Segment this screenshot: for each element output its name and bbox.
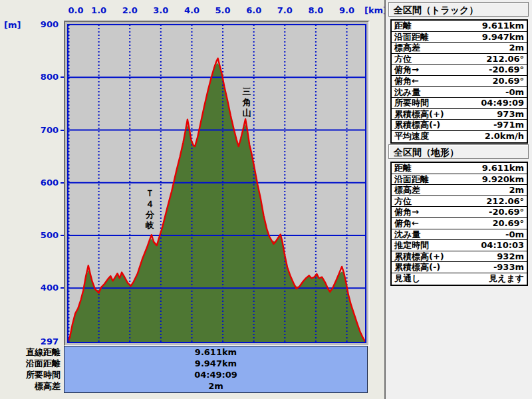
stat-value: -20.69° bbox=[489, 65, 524, 75]
stat-value: 9.947km bbox=[482, 32, 524, 43]
stat-row: 沈み量 -0m bbox=[392, 87, 527, 98]
stat-value: -20.69° bbox=[489, 207, 524, 217]
stat-label: 俯角→ bbox=[394, 65, 419, 75]
stat-label: 標高差 bbox=[394, 43, 420, 53]
stat-label: 累積標高(+) bbox=[394, 251, 444, 262]
stat-label: 方位 bbox=[394, 196, 412, 207]
stat-value: -933m bbox=[493, 262, 524, 273]
elevation-chart[interactable]: 三角山Ｔ４分岐 bbox=[64, 21, 370, 346]
stat-label: 所要時間 bbox=[394, 98, 429, 108]
y-tick-label: 900 bbox=[0, 19, 59, 30]
x-tick-label: 1.0 bbox=[91, 5, 106, 16]
stat-value: 9.611km bbox=[482, 163, 524, 174]
panel-terrain-table: 距離 9.611km 沿面距離 9.920km 標高差 2m 方位 212.06… bbox=[390, 162, 528, 286]
y-tick-label: 800 bbox=[0, 72, 59, 82]
y-min-label: 297 bbox=[0, 336, 59, 347]
stat-label: 沈み量 bbox=[394, 87, 420, 98]
stat-value: 9.920km bbox=[482, 174, 524, 185]
stat-label: 方位 bbox=[394, 54, 412, 65]
stat-value: 932m bbox=[497, 251, 524, 262]
stat-label: 沿面距離 bbox=[394, 174, 429, 185]
stat-value: 2.0km/h bbox=[485, 131, 524, 142]
stat-label: 標高差 bbox=[394, 185, 420, 196]
stat-value: 見えます bbox=[489, 273, 524, 285]
x-tick-label: 0.0 bbox=[68, 5, 83, 16]
stat-row: 沿面距離 9.920km bbox=[392, 174, 527, 186]
stat-value: 9.611km bbox=[482, 21, 524, 31]
stat-row: 俯角← 20.69° bbox=[392, 218, 527, 229]
stat-value: -0m bbox=[505, 87, 524, 98]
stat-label: 沿面距離 bbox=[394, 32, 429, 43]
panel-track-table: 距離 9.611km 沿面距離 9.947km 標高差 2m 方位 212.06… bbox=[390, 19, 528, 144]
y-tick-label: 700 bbox=[0, 125, 59, 136]
summary-value: 9.947km bbox=[65, 358, 367, 369]
x-tick-label: 9.0 bbox=[339, 5, 354, 16]
stat-row: 所要時間 04:49:09 bbox=[392, 98, 527, 109]
stat-value: 04:10:03 bbox=[481, 240, 524, 251]
stat-row: 距離 9.611km bbox=[392, 163, 527, 174]
y-tick-label: 600 bbox=[0, 178, 59, 188]
x-unit-label: [km] bbox=[364, 5, 387, 16]
elevation-profile-window: 0.01.02.03.04.05.06.07.08.09.0[km] [m] 9… bbox=[0, 0, 532, 399]
stat-row: 累積標高(-) -971m bbox=[392, 120, 527, 131]
stat-value: 20.69° bbox=[492, 218, 524, 229]
stat-value: -971m bbox=[493, 120, 524, 130]
stat-label: 累積標高(+) bbox=[394, 109, 444, 120]
stat-label: 平均速度 bbox=[394, 131, 429, 142]
stat-row: 累積標高(+) 932m bbox=[392, 251, 527, 263]
summary-value: 9.611km bbox=[65, 346, 367, 358]
x-tick-label: 6.0 bbox=[246, 5, 261, 16]
stat-label: 俯角→ bbox=[394, 207, 419, 217]
stat-value: 2m bbox=[509, 185, 524, 196]
stat-row: 推定時間 04:10:03 bbox=[392, 240, 527, 251]
x-tick-label: 4.0 bbox=[184, 5, 200, 16]
x-tick-label: 2.0 bbox=[122, 5, 138, 16]
x-tick-label: 7.0 bbox=[277, 5, 293, 16]
summary-label: 標高差 bbox=[0, 380, 61, 392]
stat-label: 累積標高(-) bbox=[394, 262, 440, 273]
stat-label: 累積標高(-) bbox=[394, 120, 440, 130]
annotation-label: 三角山 bbox=[241, 86, 251, 118]
stat-value: -0m bbox=[505, 229, 524, 240]
stat-value: 04:49:09 bbox=[481, 98, 524, 108]
stat-row: 見通し 見えます bbox=[392, 273, 527, 285]
stat-row: 沿面距離 9.947km bbox=[392, 32, 527, 43]
y-tick-label: 400 bbox=[0, 283, 59, 293]
stat-row: 俯角→ -20.69° bbox=[392, 65, 527, 76]
summary-label: 所要時間 bbox=[0, 369, 61, 380]
stat-label: 沈み量 bbox=[394, 229, 420, 240]
stat-row: 俯角→ -20.69° bbox=[392, 207, 527, 218]
y-tick-label: 500 bbox=[0, 230, 59, 241]
stat-row: 方位 212.06° bbox=[392, 196, 527, 207]
stats-region: 全区間（トラック） 距離 9.611km 沿面距離 9.947km 標高差 2m… bbox=[384, 0, 532, 399]
stat-value: 2m bbox=[509, 43, 524, 53]
summary-label: 直線距離 bbox=[0, 346, 61, 358]
stat-row: 距離 9.611km bbox=[392, 21, 527, 32]
summary-value: 04:49:09 bbox=[65, 369, 367, 380]
stat-value: 212.06° bbox=[486, 54, 524, 65]
stat-row: 累積標高(+) 973m bbox=[392, 109, 527, 120]
summary-labels: 直線距離沿面距離所要時間標高差 bbox=[0, 346, 61, 392]
stat-row: 標高差 2m bbox=[392, 43, 527, 54]
stat-label: 距離 bbox=[394, 163, 412, 174]
x-tick-label: 3.0 bbox=[153, 5, 168, 16]
summary-panel: 9.611km9.947km04:49:092m bbox=[64, 346, 368, 393]
panel-terrain-title: 全区間（地形） bbox=[388, 144, 529, 159]
stat-row: 累積標高(-) -933m bbox=[392, 262, 527, 273]
stat-label: 見通し bbox=[394, 273, 420, 285]
x-tick-label: 5.0 bbox=[215, 5, 231, 16]
stat-value: 973m bbox=[497, 109, 524, 120]
stat-value: 20.69° bbox=[492, 76, 524, 86]
stat-label: 俯角← bbox=[394, 76, 419, 86]
stat-label: 推定時間 bbox=[394, 240, 429, 251]
stat-row: 沈み量 -0m bbox=[392, 229, 527, 241]
stat-row: 俯角← 20.69° bbox=[392, 76, 527, 87]
summary-value: 2m bbox=[65, 380, 367, 392]
stat-row: 方位 212.06° bbox=[392, 54, 527, 65]
annotation-label: Ｔ４分岐 bbox=[145, 188, 155, 230]
stat-row: 標高差 2m bbox=[392, 185, 527, 196]
panel-track-title: 全区間（トラック） bbox=[388, 2, 529, 17]
summary-label: 沿面距離 bbox=[0, 358, 61, 369]
stat-value: 212.06° bbox=[486, 196, 524, 207]
stat-label: 距離 bbox=[394, 21, 412, 31]
